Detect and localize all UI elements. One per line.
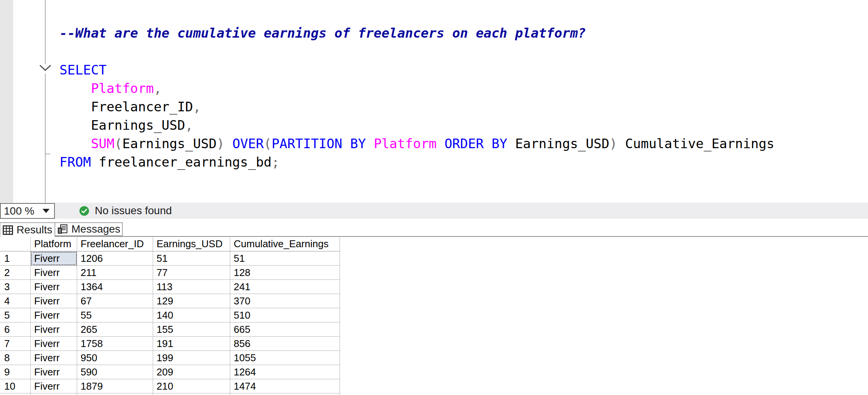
grid-cell[interactable]: 113: [153, 280, 230, 294]
grid-header-row: Platform Freelancer_ID Earnings_USD Cumu…: [0, 237, 340, 251]
code-line: [59, 42, 774, 61]
query-editor[interactable]: --What are the cumulative earnings of fr…: [0, 0, 868, 203]
grid-cell[interactable]: Fiverr: [31, 322, 77, 337]
row-number-cell[interactable]: 8: [0, 351, 31, 365]
grid-cell[interactable]: Fiverr: [31, 308, 77, 322]
grid-cell[interactable]: 67: [77, 294, 153, 308]
chevron-down-icon: [43, 209, 50, 213]
results-grid: Platform Freelancer_ID Earnings_USD Cumu…: [0, 236, 868, 395]
row-number-cell[interactable]: 10: [0, 379, 31, 393]
grid-cell[interactable]: 211: [77, 266, 153, 280]
check-circle-icon: [79, 206, 89, 216]
grid-cell[interactable]: Fiverr: [31, 251, 77, 266]
table-row: 7Fiverr1758191856: [0, 337, 340, 351]
grid-cell: [31, 393, 77, 395]
code-line: SUM(Earnings_USD) OVER(PARTITION BY Plat…: [59, 134, 774, 153]
grid-cell[interactable]: 950: [77, 351, 153, 365]
grid-cell: [77, 393, 153, 395]
grid-cell[interactable]: 210: [153, 379, 230, 393]
grid-cell[interactable]: Fiverr: [31, 266, 77, 280]
row-number-cell[interactable]: 1: [0, 251, 31, 266]
column-header-platform[interactable]: Platform: [31, 237, 77, 251]
grid-cell[interactable]: 510: [230, 308, 340, 322]
grid-cell: [230, 393, 340, 395]
grid-cell[interactable]: 199: [153, 351, 230, 365]
grid-cell[interactable]: 1474: [230, 379, 340, 393]
grid-cell[interactable]: 55: [77, 308, 153, 322]
grid-cell[interactable]: 129: [153, 294, 230, 308]
zoom-level-value: 100 %: [1, 205, 43, 217]
grid-cell[interactable]: 590: [77, 365, 153, 379]
grid-cell[interactable]: 1264: [230, 365, 340, 379]
row-number-cell[interactable]: 7: [0, 337, 31, 351]
grid-cell[interactable]: 1879: [77, 379, 153, 393]
grid-cell[interactable]: 265: [77, 322, 153, 337]
column-header-cumulative-earnings[interactable]: Cumulative_Earnings: [230, 237, 340, 251]
row-number-cell[interactable]: 3: [0, 280, 31, 294]
grid-cell[interactable]: 51: [230, 251, 340, 266]
column-header-freelancer-id[interactable]: Freelancer_ID: [77, 237, 153, 251]
grid-cell[interactable]: Fiverr: [31, 337, 77, 351]
results-grid-icon: [3, 225, 13, 235]
collapse-chevron-icon[interactable]: [39, 64, 52, 72]
tab-messages[interactable]: Messages: [55, 222, 123, 236]
ssms-query-window: { "editor": { "code_lines": [ {"tokens":…: [0, 0, 868, 395]
zoom-level-dropdown[interactable]: 100 %: [0, 203, 55, 219]
code-area[interactable]: --What are the cumulative earnings of fr…: [59, 24, 774, 171]
tab-results[interactable]: Results: [0, 222, 55, 237]
outline-guide-line: [45, 74, 46, 203]
row-number-cell[interactable]: 2: [0, 266, 31, 280]
editor-status-bar: 100 % No issues found: [0, 203, 868, 219]
table-row: 3Fiverr1364113241: [0, 280, 340, 294]
grid-cell[interactable]: Fiverr: [31, 294, 77, 308]
grid-cell[interactable]: 1364: [77, 280, 153, 294]
row-number-cell[interactable]: 9: [0, 365, 31, 379]
grid-cell[interactable]: Fiverr: [31, 379, 77, 393]
table-row: 1Fiverr12065151: [0, 251, 340, 266]
table-row: 5Fiverr55140510: [0, 308, 340, 322]
grid-cell[interactable]: 1758: [77, 337, 153, 351]
row-number-cell[interactable]: 4: [0, 294, 31, 308]
grid-cell[interactable]: Fiverr: [31, 365, 77, 379]
table-row: 9Fiverr5902091264: [0, 365, 340, 379]
grid-cell[interactable]: Fiverr: [31, 280, 77, 294]
code-line: Platform,: [59, 79, 774, 98]
row-number-cell[interactable]: 6: [0, 322, 31, 337]
column-header-earnings-usd[interactable]: Earnings_USD: [153, 237, 230, 251]
grid-cell[interactable]: Fiverr: [31, 351, 77, 365]
row-number-cell: [0, 393, 31, 395]
grid-cell[interactable]: 209: [153, 365, 230, 379]
table-row-partial: [0, 393, 340, 395]
grid-cell[interactable]: 241: [230, 280, 340, 294]
tab-results-label: Results: [17, 224, 52, 236]
grid-cell[interactable]: 1055: [230, 351, 340, 365]
outline-guide-line: [45, 0, 46, 64]
code-line: --What are the cumulative earnings of fr…: [59, 24, 774, 42]
grid-cell: [153, 393, 230, 395]
tab-messages-label: Messages: [71, 223, 120, 235]
grid-cell[interactable]: 191: [153, 337, 230, 351]
messages-icon: [57, 224, 68, 235]
table-row: 4Fiverr67129370: [0, 294, 340, 308]
results-pane-tabs: Results Messages: [0, 222, 868, 237]
code-line: Earnings_USD,: [59, 116, 774, 134]
grid-cell[interactable]: 128: [230, 266, 340, 280]
row-number-cell[interactable]: 5: [0, 308, 31, 322]
status-message: No issues found: [79, 203, 172, 219]
table-row: 6Fiverr265155665: [0, 322, 340, 337]
grid-cell[interactable]: 665: [230, 322, 340, 337]
grid-cell[interactable]: 370: [230, 294, 340, 308]
grid-cell[interactable]: 856: [230, 337, 340, 351]
code-line: FROM freelancer_earnings_bd;: [59, 153, 774, 171]
grid-cell[interactable]: 51: [153, 251, 230, 266]
status-message-text: No issues found: [95, 205, 172, 217]
code-line: Freelancer_ID,: [59, 98, 774, 116]
grid-cell[interactable]: 77: [153, 266, 230, 280]
grid-cell[interactable]: 140: [153, 308, 230, 322]
grid-body: 1Fiverr120651512Fiverr211771283Fiverr136…: [0, 251, 868, 393]
grid-corner-cell[interactable]: [0, 237, 31, 251]
grid-cell[interactable]: 1206: [77, 251, 153, 266]
grid-cell[interactable]: 155: [153, 322, 230, 337]
code-line: SELECT: [59, 61, 774, 79]
editor-indicator-margin[interactable]: [0, 0, 13, 203]
